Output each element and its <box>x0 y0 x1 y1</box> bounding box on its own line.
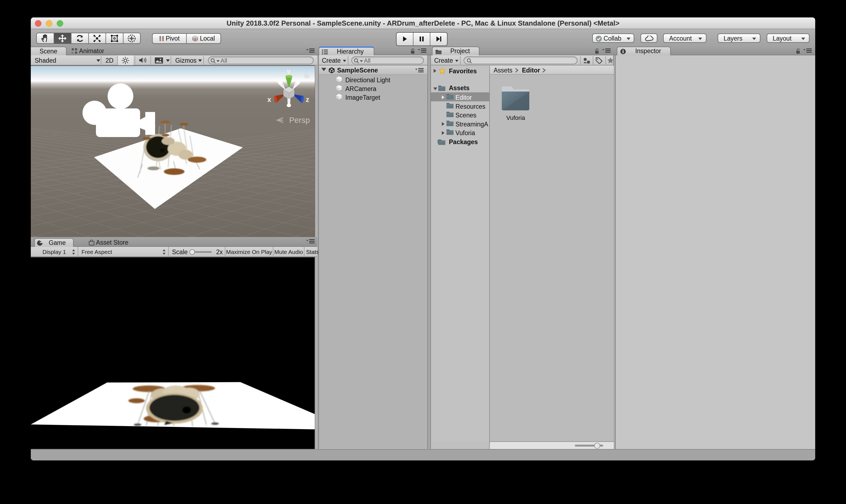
svg-text:z: z <box>306 96 309 103</box>
svg-text:Persp: Persp <box>289 116 310 125</box>
svg-text:y: y <box>287 67 290 75</box>
svg-text:x: x <box>267 96 271 103</box>
